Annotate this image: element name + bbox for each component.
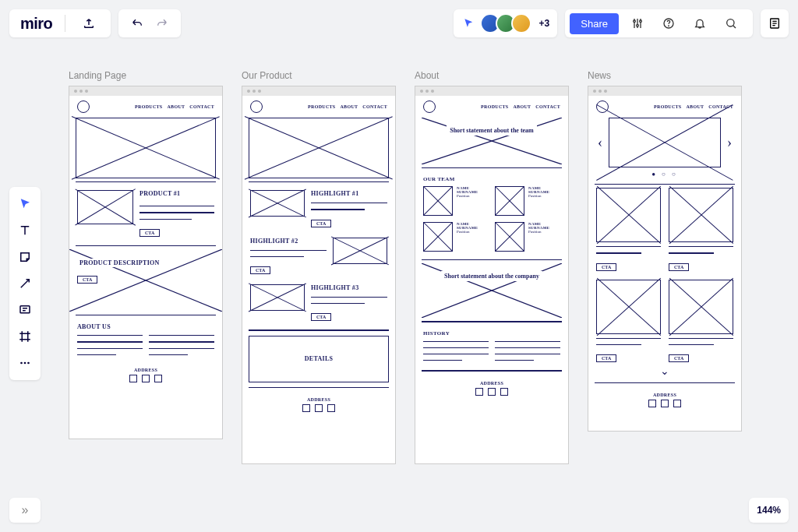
export-icon[interactable] — [78, 12, 100, 34]
wf-footer: Address — [242, 391, 395, 418]
wf-section-title: Product Description — [77, 259, 162, 267]
notes-icon[interactable] — [761, 9, 789, 37]
wf-section-title: History — [423, 330, 560, 336]
wf-cta: CTA — [77, 276, 97, 284]
wf-address: Address — [242, 397, 395, 402]
svg-point-6 — [640, 20, 642, 23]
svg-line-19 — [21, 280, 30, 288]
wireframe-landing-page[interactable]: Products About Contact Product #1 CTA — [69, 86, 223, 439]
wf-image — [669, 280, 733, 334]
wf-cta: CTA — [596, 354, 616, 362]
wf-company-statement: Short statement about the company — [441, 271, 542, 281]
wf-hero-image — [249, 118, 389, 178]
line-tool[interactable] — [12, 271, 37, 296]
svg-point-11 — [727, 19, 734, 26]
wf-address: Address — [69, 368, 222, 372]
wf-image — [423, 222, 453, 252]
frame-title[interactable]: About — [415, 70, 569, 81]
wf-cta: CTA — [311, 220, 331, 227]
avatar-count[interactable]: +3 — [539, 18, 550, 29]
wf-nav-item: About — [340, 104, 358, 109]
browser-chrome — [69, 86, 222, 96]
wf-highlight: Highlight #1 — [311, 190, 387, 197]
wf-image — [596, 188, 661, 242]
wf-footer: Address — [69, 361, 222, 389]
wireframe-news[interactable]: Products About Contact ‹ › ● ○ ○ CTA — [588, 86, 742, 432]
wf-nav-item: Products — [308, 104, 335, 109]
wireframe-about[interactable]: Products About Contact Short statement a… — [415, 86, 569, 464]
collaborators-section: +3 — [454, 9, 558, 37]
wf-address: Address — [415, 381, 568, 386]
browser-chrome — [415, 86, 568, 96]
avatar-stack[interactable] — [480, 13, 531, 33]
wf-product-title: Product #1 — [139, 190, 214, 197]
wf-nav-item: Contact — [535, 104, 560, 109]
miro-logo[interactable]: miro — [20, 15, 52, 33]
undo-icon[interactable] — [126, 12, 148, 34]
wf-image — [495, 222, 524, 252]
logo-section: miro — [9, 9, 111, 37]
svg-point-29 — [27, 362, 30, 365]
wf-hero-image — [76, 118, 216, 178]
wf-image — [77, 190, 133, 224]
comment-tool[interactable] — [12, 298, 37, 322]
wf-address: Address — [588, 393, 741, 397]
wf-carousel-image — [609, 118, 721, 167]
wf-cta: CTA — [669, 263, 689, 271]
svg-point-27 — [20, 362, 23, 365]
wf-section-title: About Us — [77, 323, 214, 330]
wf-cta: CTA — [311, 313, 331, 321]
wf-nav-item: About — [167, 104, 185, 109]
carousel-prev-icon: ‹ — [598, 135, 602, 151]
wf-nav-item: Products — [135, 104, 162, 109]
expand-panel-button[interactable]: » — [9, 498, 41, 523]
browser-chrome — [588, 86, 741, 96]
frame-tool[interactable] — [12, 324, 37, 349]
search-icon[interactable] — [720, 12, 742, 34]
wf-cta: CTA — [596, 263, 616, 271]
wf-cta: CTA — [250, 266, 270, 274]
frame-title[interactable]: Landing Page — [69, 70, 223, 81]
wf-footer: Address — [415, 375, 568, 402]
sticky-note-tool[interactable] — [12, 245, 37, 270]
wf-image — [669, 188, 733, 242]
share-section: Share — [565, 9, 753, 37]
wf-details-box: Details — [249, 336, 389, 382]
wf-team-statement: Short statement about the team — [447, 125, 537, 136]
cursor-indicator-icon[interactable] — [461, 16, 475, 30]
wf-nav-item: Contact — [362, 104, 387, 109]
browser-chrome — [242, 86, 395, 96]
wf-highlight: Highlight #2 — [250, 238, 327, 245]
wireframe-our-product[interactable]: Products About Contact Highlight #1 CTA … — [242, 86, 396, 464]
wf-image — [250, 284, 305, 311]
help-icon[interactable] — [658, 12, 680, 34]
wf-section-title: Our Team — [423, 176, 560, 182]
wf-nav-item: About — [513, 104, 531, 109]
zoom-level[interactable]: 144% — [749, 498, 789, 523]
canvas[interactable]: Landing Page Products About Contact Prod… — [69, 70, 742, 464]
frame-title[interactable]: Our Product — [242, 70, 396, 81]
wf-logo-placeholder — [250, 100, 263, 113]
wf-image — [495, 186, 524, 216]
select-tool[interactable] — [12, 192, 37, 217]
wf-highlight: Highlight #3 — [311, 284, 387, 291]
carousel-next-icon: › — [727, 135, 732, 151]
settings-icon[interactable] — [627, 12, 648, 34]
wf-nav-item: Products — [481, 104, 508, 109]
wf-image — [250, 190, 305, 217]
redo-icon[interactable] — [151, 12, 173, 34]
text-tool[interactable] — [12, 218, 37, 243]
wf-details-label: Details — [305, 355, 334, 362]
wf-logo-placeholder — [77, 100, 90, 113]
frame-title[interactable]: News — [588, 70, 742, 81]
wf-nav-item: Products — [654, 104, 681, 109]
svg-point-3 — [637, 24, 639, 26]
svg-line-12 — [733, 26, 736, 28]
share-button[interactable]: Share — [570, 13, 619, 34]
more-tools[interactable] — [12, 351, 37, 375]
wf-nav-item: About — [686, 104, 704, 109]
avatar[interactable] — [511, 13, 531, 33]
notifications-icon[interactable] — [689, 12, 711, 34]
wf-logo-placeholder — [423, 100, 436, 113]
wf-cta: CTA — [139, 229, 160, 237]
